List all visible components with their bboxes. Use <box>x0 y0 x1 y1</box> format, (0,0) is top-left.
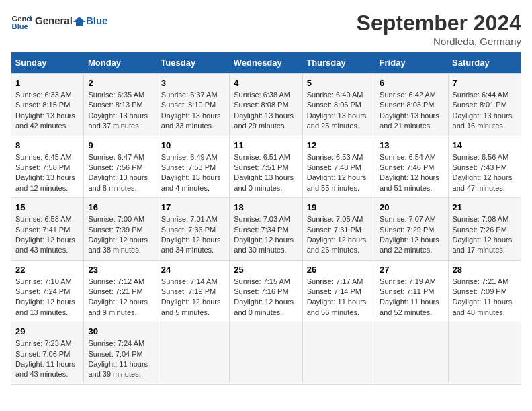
svg-marker-3 <box>73 17 85 26</box>
calendar-cell: 4 Sunrise: 6:38 AMSunset: 8:08 PMDayligh… <box>230 74 302 136</box>
calendar-week-row: 15 Sunrise: 6:58 AMSunset: 7:41 PMDaylig… <box>11 198 521 261</box>
day-number: 13 <box>380 140 443 150</box>
day-number: 3 <box>161 78 225 88</box>
calendar-week-row: 29 Sunrise: 7:23 AMSunset: 7:06 PMDaylig… <box>11 322 521 385</box>
calendar-cell: 26 Sunrise: 7:17 AMSunset: 7:14 PMDaylig… <box>302 260 375 322</box>
day-info: Sunrise: 6:33 AMSunset: 8:15 PMDaylight:… <box>15 90 79 132</box>
day-number: 19 <box>307 202 371 212</box>
calendar-cell: 13 Sunrise: 6:54 AMSunset: 7:46 PMDaylig… <box>375 136 448 198</box>
day-info: Sunrise: 7:01 AMSunset: 7:36 PMDaylight:… <box>161 214 225 256</box>
day-info: Sunrise: 7:07 AMSunset: 7:29 PMDaylight:… <box>380 214 443 256</box>
day-number: 21 <box>453 202 517 212</box>
calendar-cell: 7 Sunrise: 6:44 AMSunset: 8:01 PMDayligh… <box>448 74 521 136</box>
day-info: Sunrise: 7:00 AMSunset: 7:39 PMDaylight:… <box>88 214 152 256</box>
day-number: 16 <box>88 202 152 212</box>
weekday-header: Wednesday <box>230 52 302 74</box>
day-number: 24 <box>161 265 225 275</box>
day-info: Sunrise: 7:23 AMSunset: 7:06 PMDaylight:… <box>15 338 79 380</box>
calendar-cell: 24 Sunrise: 7:14 AMSunset: 7:19 PMDaylig… <box>157 260 229 322</box>
calendar-week-row: 22 Sunrise: 7:10 AMSunset: 7:24 PMDaylig… <box>11 260 521 322</box>
day-number: 26 <box>307 265 371 275</box>
day-info: Sunrise: 7:17 AMSunset: 7:14 PMDaylight:… <box>307 277 371 318</box>
logo-icon: General Blue <box>11 11 32 32</box>
calendar-cell: 16 Sunrise: 7:00 AMSunset: 7:39 PMDaylig… <box>84 198 157 261</box>
calendar-cell: 1 Sunrise: 6:33 AMSunset: 8:15 PMDayligh… <box>11 74 84 136</box>
calendar-cell: 25 Sunrise: 7:15 AMSunset: 7:16 PMDaylig… <box>230 260 302 322</box>
calendar-cell <box>302 322 375 385</box>
day-number: 25 <box>234 265 298 275</box>
day-info: Sunrise: 6:40 AMSunset: 8:06 PMDaylight:… <box>307 90 371 132</box>
day-number: 29 <box>15 326 79 336</box>
day-info: Sunrise: 6:44 AMSunset: 8:01 PMDaylight:… <box>453 90 517 132</box>
day-number: 1 <box>15 78 79 88</box>
day-number: 15 <box>15 202 79 212</box>
calendar-table: SundayMondayTuesdayWednesdayThursdayFrid… <box>11 52 521 385</box>
header-row: SundayMondayTuesdayWednesdayThursdayFrid… <box>11 52 521 74</box>
day-info: Sunrise: 7:08 AMSunset: 7:26 PMDaylight:… <box>453 214 517 256</box>
calendar-cell: 28 Sunrise: 7:21 AMSunset: 7:09 PMDaylig… <box>448 260 521 322</box>
day-info: Sunrise: 6:54 AMSunset: 7:46 PMDaylight:… <box>380 152 443 194</box>
calendar-cell: 18 Sunrise: 7:03 AMSunset: 7:34 PMDaylig… <box>230 198 302 261</box>
weekday-header: Sunday <box>11 52 84 74</box>
calendar-cell <box>375 322 448 385</box>
weekday-header: Friday <box>375 52 448 74</box>
day-info: Sunrise: 7:05 AMSunset: 7:31 PMDaylight:… <box>307 214 371 256</box>
title-block: September 2024 Nordleda, Germany <box>357 11 521 47</box>
calendar-cell: 19 Sunrise: 7:05 AMSunset: 7:31 PMDaylig… <box>302 198 375 261</box>
day-number: 12 <box>307 140 371 150</box>
day-info: Sunrise: 6:45 AMSunset: 7:58 PMDaylight:… <box>15 152 79 194</box>
calendar-cell: 15 Sunrise: 6:58 AMSunset: 7:41 PMDaylig… <box>11 198 84 261</box>
calendar-cell: 9 Sunrise: 6:47 AMSunset: 7:56 PMDayligh… <box>84 136 157 198</box>
calendar-cell: 22 Sunrise: 7:10 AMSunset: 7:24 PMDaylig… <box>11 260 84 322</box>
calendar-week-row: 8 Sunrise: 6:45 AMSunset: 7:58 PMDayligh… <box>11 136 521 198</box>
calendar-cell: 3 Sunrise: 6:37 AMSunset: 8:10 PMDayligh… <box>157 74 229 136</box>
day-info: Sunrise: 7:10 AMSunset: 7:24 PMDaylight:… <box>15 277 79 318</box>
calendar-cell <box>157 322 229 385</box>
calendar-cell: 10 Sunrise: 6:49 AMSunset: 7:53 PMDaylig… <box>157 136 229 198</box>
calendar-cell: 5 Sunrise: 6:40 AMSunset: 8:06 PMDayligh… <box>302 74 375 136</box>
day-info: Sunrise: 6:47 AMSunset: 7:56 PMDaylight:… <box>88 152 152 194</box>
bird-icon <box>73 15 85 28</box>
day-number: 4 <box>234 78 298 88</box>
day-number: 2 <box>88 78 152 88</box>
day-info: Sunrise: 7:21 AMSunset: 7:09 PMDaylight:… <box>453 277 517 318</box>
calendar-cell: 14 Sunrise: 6:56 AMSunset: 7:43 PMDaylig… <box>448 136 521 198</box>
day-number: 22 <box>15 265 79 275</box>
weekday-header: Tuesday <box>157 52 229 74</box>
calendar-cell: 30 Sunrise: 7:24 AMSunset: 7:04 PMDaylig… <box>84 322 157 385</box>
day-number: 23 <box>88 265 152 275</box>
calendar-cell: 27 Sunrise: 7:19 AMSunset: 7:11 PMDaylig… <box>375 260 448 322</box>
day-number: 14 <box>453 140 517 150</box>
day-number: 7 <box>453 78 517 88</box>
page-header: General Blue GeneralBlue September 2024 … <box>11 11 521 47</box>
calendar-cell: 17 Sunrise: 7:01 AMSunset: 7:36 PMDaylig… <box>157 198 229 261</box>
day-number: 11 <box>234 140 298 150</box>
calendar-cell: 8 Sunrise: 6:45 AMSunset: 7:58 PMDayligh… <box>11 136 84 198</box>
day-number: 18 <box>234 202 298 212</box>
weekday-header: Monday <box>84 52 157 74</box>
day-number: 9 <box>88 140 152 150</box>
month-title: September 2024 <box>357 11 521 36</box>
calendar-cell: 6 Sunrise: 6:42 AMSunset: 8:03 PMDayligh… <box>375 74 448 136</box>
calendar-cell <box>230 322 302 385</box>
day-info: Sunrise: 6:51 AMSunset: 7:51 PMDaylight:… <box>234 152 298 194</box>
day-info: Sunrise: 7:14 AMSunset: 7:19 PMDaylight:… <box>161 277 225 318</box>
calendar-cell: 2 Sunrise: 6:35 AMSunset: 8:13 PMDayligh… <box>84 74 157 136</box>
day-number: 28 <box>453 265 517 275</box>
day-number: 20 <box>380 202 443 212</box>
day-number: 27 <box>380 265 443 275</box>
calendar-cell: 21 Sunrise: 7:08 AMSunset: 7:26 PMDaylig… <box>448 198 521 261</box>
day-number: 10 <box>161 140 225 150</box>
logo: General Blue GeneralBlue <box>11 11 107 32</box>
day-number: 8 <box>15 140 79 150</box>
calendar-cell: 20 Sunrise: 7:07 AMSunset: 7:29 PMDaylig… <box>375 198 448 261</box>
day-info: Sunrise: 6:37 AMSunset: 8:10 PMDaylight:… <box>161 90 225 132</box>
day-info: Sunrise: 7:24 AMSunset: 7:04 PMDaylight:… <box>88 338 152 380</box>
day-number: 30 <box>88 326 152 336</box>
day-number: 17 <box>161 202 225 212</box>
calendar-cell: 23 Sunrise: 7:12 AMSunset: 7:21 PMDaylig… <box>84 260 157 322</box>
calendar-cell: 12 Sunrise: 6:53 AMSunset: 7:48 PMDaylig… <box>302 136 375 198</box>
weekday-header: Saturday <box>448 52 521 74</box>
day-info: Sunrise: 7:03 AMSunset: 7:34 PMDaylight:… <box>234 214 298 256</box>
location: Nordleda, Germany <box>357 36 521 47</box>
